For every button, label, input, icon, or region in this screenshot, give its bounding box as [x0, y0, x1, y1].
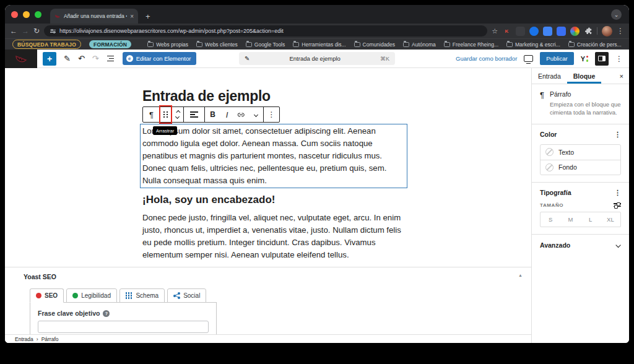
folder-icon	[506, 42, 513, 47]
minimize-window-button[interactable]	[23, 11, 30, 18]
yoast-tab-social[interactable]: Social	[167, 288, 206, 303]
add-block-button[interactable]: +	[43, 52, 56, 66]
options-menu-icon[interactable]: ⋮	[615, 54, 623, 63]
breadcrumb-root[interactable]: Entrada	[15, 336, 33, 342]
size-option-xl[interactable]: XL	[601, 212, 620, 227]
help-icon[interactable]: ?	[103, 310, 110, 317]
toolbar-divider	[597, 27, 597, 35]
drag-handle-button[interactable]: Arrastrar	[160, 107, 172, 122]
site-settings-icon[interactable]	[50, 30, 56, 33]
chevron-down-icon	[615, 242, 620, 247]
tools-pencil-icon[interactable]: ✎	[64, 54, 71, 63]
extension-icon[interactable]	[516, 27, 525, 36]
size-option-s[interactable]: S	[541, 212, 560, 227]
post-title[interactable]: Entrada de ejemplo	[142, 89, 410, 103]
bold-button[interactable]: B	[205, 107, 220, 122]
site-logo-button[interactable]	[5, 50, 37, 68]
elementor-label: Editar con Elementor	[136, 55, 191, 62]
paragraph-block-selected[interactable]: Lorem ipsum dolor sit amet, consectetuer…	[140, 124, 407, 188]
collapse-arrow-icon[interactable]: ▲	[518, 273, 523, 277]
yoast-tab-label: Legibilidad	[81, 292, 111, 299]
text-color-swatch-icon	[545, 148, 554, 156]
bookmark-folder[interactable]: Comunidades	[354, 41, 395, 48]
close-window-button[interactable]	[11, 11, 18, 18]
sidebar-tabs: Entrada Bloque ×	[532, 68, 629, 84]
yoast-metabox: Yoast SEO ▲ SEO Legibilidad Schema Socia…	[5, 267, 531, 343]
folder-icon	[403, 42, 409, 47]
yoast-tab-legibilidad[interactable]: Legibilidad	[66, 288, 117, 303]
back-icon[interactable]: ←	[10, 27, 17, 35]
breadcrumb-separator: ›	[37, 336, 38, 342]
link-button[interactable]	[233, 107, 249, 122]
close-icon[interactable]: ×	[620, 72, 623, 80]
bookmark-folder[interactable]: Webs propias	[147, 41, 188, 48]
url-text[interactable]: https://oliviajones.disenowebparaescrito…	[59, 28, 284, 34]
align-text-button[interactable]	[184, 107, 204, 122]
bookmark-star-icon[interactable]: ☆	[492, 27, 498, 35]
bookmark-folder[interactable]: Autónoma	[403, 41, 436, 48]
more-formatting-button[interactable]	[249, 107, 263, 122]
block-description: Empieza con el bloque que cimienta toda …	[550, 100, 621, 117]
yoast-tabs: SEO Legibilidad Schema Social	[30, 288, 531, 303]
address-bar[interactable]: https://oliviajones.disenowebparaescrito…	[44, 25, 487, 37]
text-color-row[interactable]: Texto	[541, 145, 620, 160]
yoast-icon[interactable]: Y	[581, 55, 588, 63]
document-command-bar[interactable]: ✎ Entrada de ejemplo ⌘K	[239, 52, 395, 65]
bookmark-folder[interactable]: Webs clientes	[196, 41, 238, 48]
yoast-tab-seo[interactable]: SEO	[30, 288, 64, 303]
block-options-button[interactable]: ⋮	[264, 107, 279, 122]
advanced-panel-toggle[interactable]: Avanzado	[532, 235, 629, 256]
color-options-icon[interactable]: ⋮	[614, 131, 621, 139]
list-view-icon[interactable]	[107, 56, 114, 62]
size-settings-icon[interactable]	[614, 203, 621, 207]
folder-icon	[568, 42, 575, 47]
browser-menu-icon[interactable]: ⋮	[617, 27, 624, 35]
size-option-m[interactable]: M	[560, 212, 580, 227]
bookmark-folder[interactable]: Marketing & escri...	[506, 41, 560, 48]
bookmark-folder[interactable]: Creación de pers...	[568, 41, 622, 48]
italic-button[interactable]: I	[220, 107, 233, 122]
undo-icon[interactable]: ↶	[78, 54, 85, 63]
paragraph-block[interactable]: Donec pede justo, fringilla vel, aliquet…	[142, 212, 410, 261]
bookmark-folder[interactable]: Google Tools	[246, 41, 285, 48]
bookmark-group-formacion[interactable]: FORMACIÓN	[89, 40, 131, 48]
paragraph-block-icon[interactable]: ¶	[143, 107, 160, 122]
edit-with-elementor-button[interactable]: e Editar con Elementor	[123, 52, 197, 65]
keyphrase-input[interactable]	[38, 321, 209, 333]
settings-panel-toggle[interactable]	[595, 52, 609, 66]
typography-options-icon[interactable]: ⋮	[614, 189, 621, 197]
tab-bloque[interactable]: Bloque	[567, 68, 602, 84]
tab-entrada[interactable]: Entrada	[532, 68, 567, 84]
extensions-puzzle-icon[interactable]	[584, 27, 593, 35]
color-panel: Color ⋮ Texto Fondo	[532, 124, 629, 183]
bookmark-label: Herramientas dis...	[302, 41, 345, 48]
extension-icon[interactable]	[529, 27, 539, 36]
settings-sidebar: Entrada Bloque × ¶ Párrafo Empieza con e…	[531, 68, 629, 343]
size-option-l[interactable]: L	[581, 212, 601, 227]
background-color-label: Fondo	[558, 163, 577, 171]
bookmark-folder[interactable]: Freelance Rheing...	[444, 41, 498, 48]
extension-colorwheel-icon[interactable]	[570, 27, 580, 36]
zoom-window-button[interactable]	[35, 11, 41, 18]
publish-button[interactable]: Publicar	[540, 52, 573, 65]
watermelon-logo-icon	[14, 52, 28, 66]
reload-icon[interactable]: ↻	[33, 27, 40, 35]
extension-icon[interactable]	[543, 27, 552, 36]
folder-icon	[444, 42, 450, 47]
heading-block[interactable]: ¡Hola, soy un encabezado!	[142, 194, 410, 206]
preview-monitor-icon[interactable]	[524, 55, 533, 62]
move-block-button[interactable]	[172, 107, 183, 122]
bookmark-group-busqueda[interactable]: BÚSQUEDA TRABAJO	[12, 40, 81, 49]
bookmark-folder[interactable]: Herramientas dis...	[293, 41, 345, 48]
profile-avatar[interactable]	[602, 26, 612, 37]
extension-k-icon[interactable]: K	[502, 27, 511, 36]
save-draft-link[interactable]: Guardar como borrador	[456, 55, 517, 62]
background-color-row[interactable]: Fondo	[541, 160, 620, 175]
tab-search-button[interactable]: ⌄	[611, 9, 622, 20]
browser-tab[interactable]: Añadir una nueva entrada < O ×	[50, 9, 138, 24]
new-tab-button[interactable]: +	[145, 12, 150, 21]
extension-icon[interactable]	[557, 27, 566, 36]
yoast-tab-schema[interactable]: Schema	[119, 288, 165, 303]
size-label: TAMAÑO	[540, 202, 563, 208]
tab-close-icon[interactable]: ×	[130, 13, 134, 20]
